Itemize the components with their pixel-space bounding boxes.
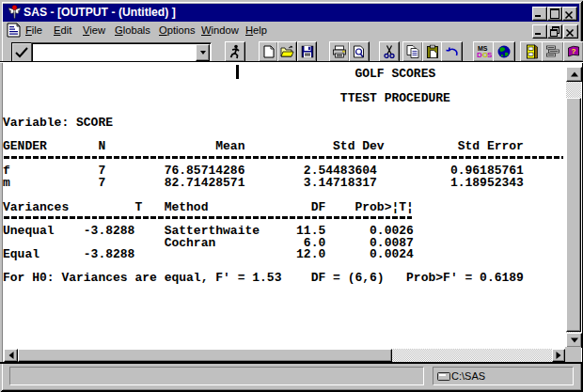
svg-text:?: ? xyxy=(572,47,576,55)
svg-text:S: S xyxy=(487,51,492,58)
